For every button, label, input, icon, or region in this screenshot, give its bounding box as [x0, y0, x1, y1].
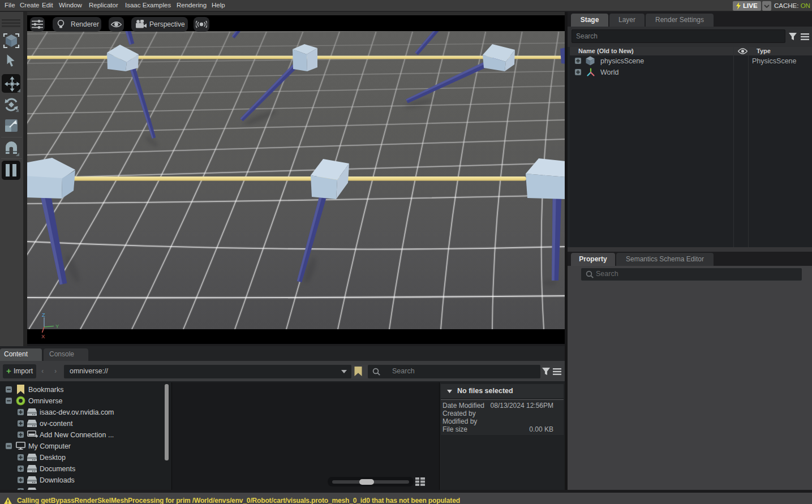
svg-text:X: X	[41, 333, 45, 339]
svg-text:Z: Z	[42, 312, 45, 318]
svg-text:Y: Y	[55, 323, 59, 329]
